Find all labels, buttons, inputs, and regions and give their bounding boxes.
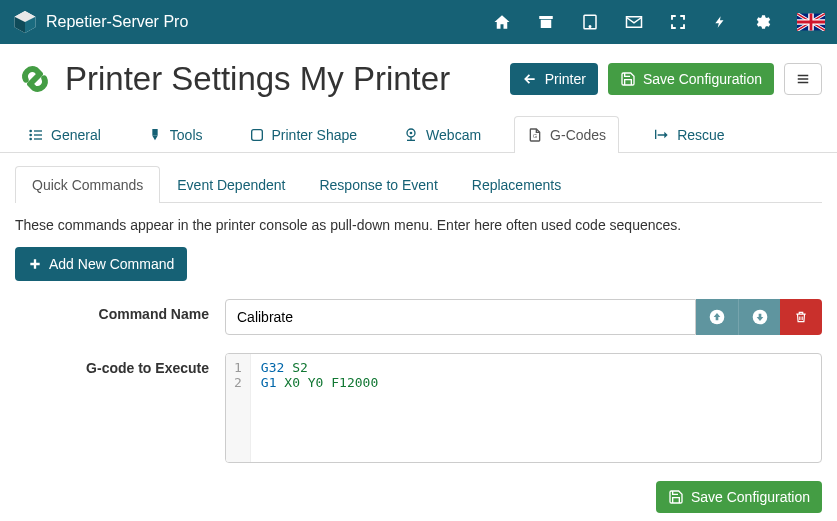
extruder-icon xyxy=(147,127,163,143)
back-arrow-icon xyxy=(522,72,538,86)
save-configuration-footer-button[interactable]: Save Configuration xyxy=(656,481,822,513)
tab-webcam-label: Webcam xyxy=(426,127,481,143)
tab-printer-shape[interactable]: Printer Shape xyxy=(236,116,371,153)
subtab-replacements[interactable]: Replacements xyxy=(455,166,579,203)
footer-save-label: Save Configuration xyxy=(691,489,810,505)
content-area: These commands appear in the printer con… xyxy=(0,203,837,481)
bolt-icon[interactable] xyxy=(713,13,727,31)
language-flag[interactable] xyxy=(797,13,825,31)
arrow-down-icon xyxy=(752,309,768,325)
list-icon xyxy=(28,127,44,143)
save-button-label: Save Configuration xyxy=(643,71,762,87)
gcode-row: G-code to Execute 1 2 G32 S2 G1 X0 Y0 F1… xyxy=(15,353,822,463)
gcode-file-icon: G xyxy=(527,127,543,143)
command-name-input[interactable] xyxy=(225,299,696,335)
brand-text: Repetier-Server Pro xyxy=(46,13,188,31)
page-title: Printer Settings My Printer xyxy=(65,60,450,98)
delete-command-button[interactable] xyxy=(780,299,822,335)
svg-point-10 xyxy=(29,134,32,137)
tab-tools[interactable]: Tools xyxy=(134,116,216,153)
nav-icons xyxy=(493,13,825,31)
svg-point-18 xyxy=(410,132,413,135)
uk-flag-icon xyxy=(797,13,825,31)
description-text: These commands appear in the printer con… xyxy=(15,217,822,233)
primary-tabs: General Tools Printer Shape Webcam G G-C… xyxy=(0,115,837,153)
save-configuration-button[interactable]: Save Configuration xyxy=(608,63,774,95)
top-navbar: Repetier-Server Pro xyxy=(0,0,837,44)
tab-general-label: General xyxy=(51,127,101,143)
subtab-response-to-event[interactable]: Response to Event xyxy=(302,166,454,203)
svg-rect-15 xyxy=(152,129,157,136)
gcode-gutter: 1 2 xyxy=(226,354,251,462)
footer: Save Configuration xyxy=(0,481,837,521)
svg-point-11 xyxy=(29,138,32,141)
svg-rect-16 xyxy=(251,130,262,141)
tab-gcodes[interactable]: G G-Codes xyxy=(514,116,619,153)
add-new-command-button[interactable]: Add New Command xyxy=(15,247,187,281)
gcode-label: G-code to Execute xyxy=(15,353,225,376)
archive-icon[interactable] xyxy=(537,13,555,31)
svg-rect-5 xyxy=(541,20,552,28)
trash-icon xyxy=(794,309,808,325)
arrow-up-icon xyxy=(709,309,725,325)
gcode-body[interactable]: G32 S2 G1 X0 Y0 F12000 xyxy=(251,354,388,462)
chain-link-icon xyxy=(15,59,55,99)
fullscreen-icon[interactable] xyxy=(669,13,687,31)
printer-button[interactable]: Printer xyxy=(510,63,598,95)
hamburger-icon xyxy=(795,72,811,86)
tab-general[interactable]: General xyxy=(15,116,114,153)
tab-rescue[interactable]: Rescue xyxy=(639,116,737,153)
tablet-icon[interactable] xyxy=(581,13,599,31)
gcode-editor[interactable]: 1 2 G32 S2 G1 X0 Y0 F12000 xyxy=(225,353,822,463)
svg-text:G: G xyxy=(533,133,537,139)
brand[interactable]: Repetier-Server Pro xyxy=(12,9,188,35)
add-button-label: Add New Command xyxy=(49,256,174,272)
home-icon[interactable] xyxy=(493,13,511,31)
app-logo-icon xyxy=(12,9,38,35)
svg-rect-14 xyxy=(34,138,42,139)
gear-icon[interactable] xyxy=(753,13,771,31)
subtab-quick-commands[interactable]: Quick Commands xyxy=(15,166,160,203)
tab-gcodes-label: G-Codes xyxy=(550,127,606,143)
tab-tools-label: Tools xyxy=(170,127,203,143)
save-icon xyxy=(620,71,636,87)
webcam-icon xyxy=(403,127,419,143)
command-name-label: Command Name xyxy=(15,299,225,322)
move-down-button[interactable] xyxy=(738,299,780,335)
shape-icon xyxy=(249,127,265,143)
hamburger-menu-button[interactable] xyxy=(784,63,822,95)
printer-button-label: Printer xyxy=(545,71,586,87)
sub-tabs: Quick Commands Event Dependent Response … xyxy=(15,165,822,203)
tab-webcam[interactable]: Webcam xyxy=(390,116,494,153)
svg-point-9 xyxy=(29,130,32,133)
plus-icon xyxy=(28,257,42,271)
page-header: Printer Settings My Printer Printer Save… xyxy=(0,44,837,109)
tab-printer-shape-label: Printer Shape xyxy=(272,127,358,143)
move-up-button[interactable] xyxy=(696,299,738,335)
command-name-row: Command Name xyxy=(15,299,822,335)
tab-rescue-label: Rescue xyxy=(677,127,724,143)
svg-point-7 xyxy=(589,26,591,28)
svg-rect-13 xyxy=(34,134,42,135)
save-icon xyxy=(668,489,684,505)
rescue-icon xyxy=(652,127,670,143)
svg-rect-12 xyxy=(34,130,42,131)
subtab-event-dependent[interactable]: Event Dependent xyxy=(160,166,302,203)
svg-rect-4 xyxy=(539,16,553,19)
mail-icon[interactable] xyxy=(625,13,643,31)
